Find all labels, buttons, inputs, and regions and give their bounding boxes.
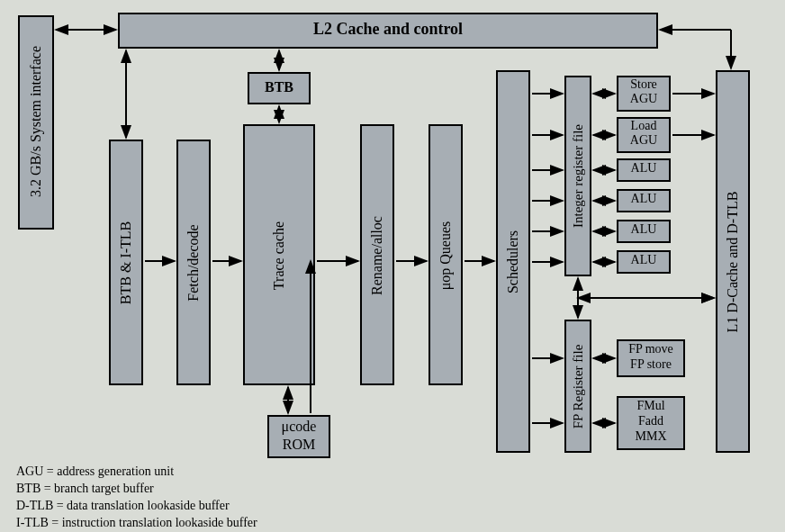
legend-dtlb: D-TLB = data translation lookaside buffe…	[16, 498, 257, 515]
arrows-layer	[0, 0, 785, 532]
legend-agu: AGU = address generation unit	[16, 464, 257, 481]
legend-btb: BTB = branch target buffer	[16, 481, 257, 498]
legend-itlb: I-TLB = instruction translation lookasid…	[16, 515, 257, 532]
legend: AGU = address generation unit BTB = bran…	[16, 464, 257, 532]
